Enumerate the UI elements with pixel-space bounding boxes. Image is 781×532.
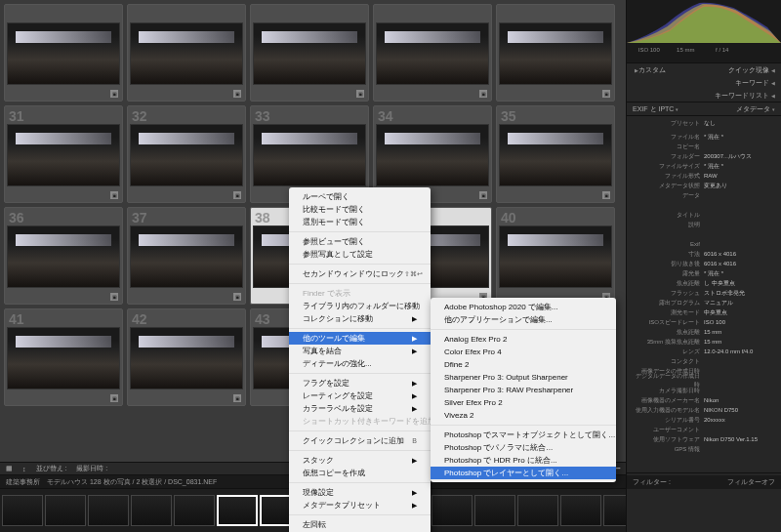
filmstrip-thumb[interactable] [131, 495, 172, 526]
thumbnail-cell[interactable]: 41▣ [4, 308, 123, 406]
histo-exposure [741, 47, 778, 53]
sort-arrow-icon[interactable]: ↕ [22, 466, 26, 472]
thumbnail-image [499, 124, 612, 186]
menu-item[interactable]: レーティングを設定▶ [289, 389, 431, 402]
cell-index: 38 [255, 210, 270, 225]
meta-label: 説明 [631, 221, 704, 229]
panel-keyword[interactable]: キーワード◀ [704, 78, 777, 88]
menu-item[interactable]: 他のアプリケーションで編集... [431, 313, 616, 326]
menu-item[interactable]: Color Efex Pro 4 [431, 346, 616, 358]
meta-value: 中央重点 [704, 308, 773, 317]
thumbnail-cell[interactable]: ▣ [250, 4, 369, 102]
thumbnail-cell[interactable]: 36▣ [4, 207, 123, 305]
menu-item[interactable]: カラーラベルを設定▶ [289, 402, 431, 415]
filmstrip-thumb[interactable] [603, 495, 626, 526]
menu-item[interactable]: クイックコレクションに追加B [289, 434, 431, 447]
thumbnail-cell[interactable]: 35▣ [496, 105, 615, 203]
filmstrip-thumb[interactable] [217, 495, 258, 526]
thumbnail-image [499, 22, 612, 85]
thumbnail-image [253, 124, 366, 186]
badge-icon: ▣ [233, 394, 241, 402]
filter-bar[interactable]: フィルター : フィルターオフ [626, 475, 781, 489]
menu-item[interactable]: Photoshop で HDR Pro に統合... [431, 454, 616, 467]
panel-exif[interactable]: EXIF と IPTC▾ [631, 104, 704, 114]
cell-index: 35 [501, 108, 516, 124]
filmstrip-thumb[interactable] [2, 495, 43, 526]
menu-item[interactable]: Analog Efex Pro 2 [431, 333, 616, 346]
menu-item[interactable]: Viveza 2 [431, 409, 616, 422]
thumbnail-image [7, 124, 120, 186]
menu-item[interactable]: Silver Efex Pro 2 [431, 396, 616, 409]
thumbnail-cell[interactable]: 31▣ [4, 105, 123, 203]
menu-item[interactable]: 参照ビューで開く [289, 235, 431, 248]
menu-item[interactable]: 他のツールで編集▶ [289, 332, 431, 345]
histo-aperture: f / 14 [704, 47, 741, 53]
context-submenu-edit-in[interactable]: Adobe Photoshop 2020 で編集...他のアプリケーションで編集… [431, 298, 616, 482]
menu-item[interactable]: 写真を結合▶ [289, 345, 431, 357]
menu-item[interactable]: 現像設定▶ [289, 486, 431, 499]
menu-item[interactable]: 仮想コピーを作成 [289, 467, 431, 479]
meta-label: 画像機器のメーカー名 [631, 396, 704, 405]
panel-quickdev[interactable]: クイック現像◀ [704, 65, 777, 75]
panel-custom[interactable]: ▶カスタム [631, 65, 704, 75]
cell-index: 36 [9, 210, 24, 225]
menu-item[interactable]: セカンドウィンドウにロック⇧⌘↩ [289, 267, 431, 280]
menu-item[interactable]: 参照写真として設定 [289, 248, 431, 261]
meta-value: * 混在 * [704, 133, 773, 142]
menu-item[interactable]: 比較モードで開く [289, 203, 431, 216]
thumbnail-cell[interactable]: 32▣ [127, 105, 246, 203]
thumbnail-cell[interactable]: 37▣ [127, 207, 246, 305]
menu-item[interactable]: Photoshop でパノラマに統合... [431, 441, 616, 454]
menu-item[interactable]: スタック▶ [289, 454, 431, 467]
thumbnail-image [7, 22, 120, 85]
thumbnail-cell[interactable]: 42▣ [127, 308, 246, 406]
meta-label: フォルダー [631, 152, 704, 161]
menu-item[interactable]: Dfine 2 [431, 358, 616, 371]
meta-label: ユーザーコメント [631, 426, 704, 434]
menu-item[interactable]: コレクションに移動▶ [289, 312, 431, 325]
filmstrip-thumb[interactable] [474, 495, 515, 526]
meta-label: シリアル番号 [631, 416, 704, 425]
menu-item[interactable]: 選別モードで開く [289, 216, 431, 228]
menu-item[interactable]: メタデータプリセット▶ [289, 499, 431, 512]
filmstrip-thumb[interactable] [88, 495, 129, 526]
filmstrip-thumb[interactable] [560, 495, 601, 526]
histo-iso: ISO 100 [631, 47, 668, 53]
sort-value[interactable]: 撮影日時 : [76, 464, 107, 473]
menu-item[interactable]: Photoshop でスマートオブジェクトとして開く... [431, 429, 616, 441]
grid-view-icon[interactable]: ▦ [6, 465, 13, 472]
filmstrip-thumb[interactable] [45, 495, 86, 526]
menu-item[interactable]: Sharpener Pro 3: RAW Presharpener [431, 384, 616, 396]
preset-value[interactable]: なし [704, 119, 773, 128]
filmstrip-thumb[interactable] [174, 495, 215, 526]
thumbnail-cell[interactable]: 40▣ [496, 207, 615, 305]
menu-item[interactable]: フラグを設定▶ [289, 377, 431, 389]
meta-value: 6016 x 4016 [704, 251, 773, 257]
thumbnail-cell[interactable]: ▣ [496, 4, 615, 102]
menu-item: Finder で表示 [289, 287, 431, 300]
menu-item[interactable]: ディテールの強化... [289, 357, 431, 370]
panel-metadata[interactable]: メタデータ▾ [704, 104, 777, 114]
thumbnail-image [130, 327, 243, 389]
badge-icon: ▣ [479, 90, 487, 98]
menu-item[interactable]: Adobe Photoshop 2020 で編集... [431, 301, 616, 313]
panel-keywordlist[interactable]: キーワードリスト◀ [704, 91, 777, 101]
thumbnail-cell[interactable]: ▣ [127, 4, 246, 102]
menu-item[interactable]: ルーペで開く [289, 190, 431, 203]
meta-value: 200307...ルハウス [704, 152, 773, 161]
meta-label: コピー名 [631, 143, 704, 151]
menu-item[interactable]: Sharpener Pro 3: Output Sharpener [431, 371, 616, 384]
thumbnail-cell[interactable]: ▣ [4, 4, 123, 102]
meta-value: Nikon [704, 397, 773, 403]
context-menu[interactable]: ルーペで開く比較モードで開く選別モードで開く参照ビューで開く参照写真として設定セ… [289, 187, 431, 532]
meta-value: NIKON D750 [704, 407, 773, 413]
cell-index: 33 [255, 108, 270, 124]
thumbnail-cell[interactable]: ▣ [373, 4, 492, 102]
menu-item[interactable]: ライブラリ内のフォルダーに移動 [289, 300, 431, 312]
menu-item[interactable]: 左回転 [289, 518, 431, 531]
filmstrip-thumb[interactable] [432, 495, 473, 526]
filmstrip-thumb[interactable] [517, 495, 558, 526]
menu-item[interactable]: Photoshop でレイヤーとして開く... [431, 467, 616, 479]
meta-label: フラッシュ [631, 289, 704, 298]
meta-value: * 混在 * [704, 162, 773, 171]
